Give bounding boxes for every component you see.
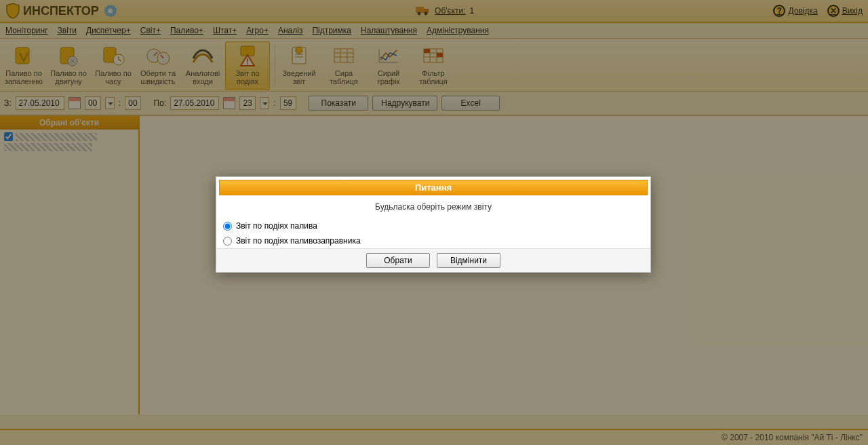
option-refueler-events[interactable]: Звіт по подіях паливозаправника (223, 233, 644, 248)
option-fuel-events[interactable]: Звіт по подіях палива (223, 218, 644, 233)
dialog-footer: Обрати Відмінити (216, 248, 650, 272)
question-dialog: Питання Будьласка оберіть режим звіту Зв… (216, 176, 651, 273)
dialog-title: Питання (219, 180, 648, 195)
cancel-button[interactable]: Відмінити (437, 253, 500, 268)
dialog-body: Звіт по подіях палива Звіт по подіях пал… (216, 218, 650, 248)
select-button[interactable]: Обрати (366, 253, 430, 268)
radio-refueler-events[interactable] (223, 237, 232, 246)
dialog-subtitle: Будьласка оберіть режим звіту (216, 198, 650, 218)
radio-fuel-events[interactable] (223, 222, 232, 231)
